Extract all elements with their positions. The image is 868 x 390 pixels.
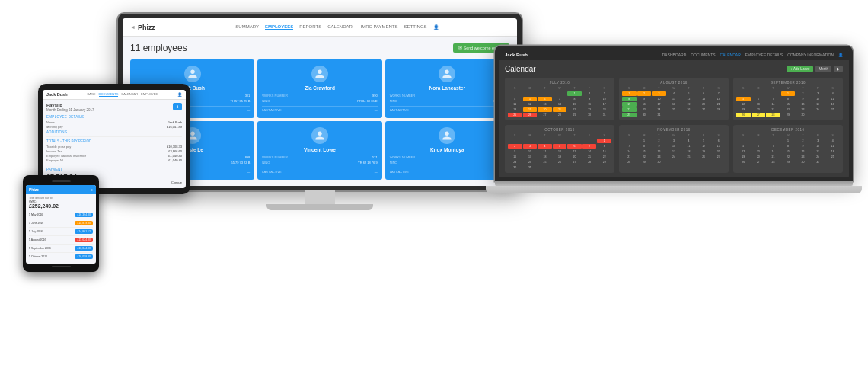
calendar-day[interactable]: 4 bbox=[508, 97, 522, 101]
calendar-day[interactable]: 3 bbox=[811, 139, 825, 143]
tab-calendar[interactable]: CALENDAR bbox=[121, 92, 138, 97]
calendar-day[interactable] bbox=[766, 139, 780, 143]
calendar-day[interactable]: 18 bbox=[825, 102, 840, 107]
calendar-day[interactable] bbox=[508, 91, 522, 96]
calendar-day[interactable]: 22 bbox=[781, 107, 796, 112]
calendar-day[interactable]: 16 bbox=[582, 102, 597, 107]
calendar-day[interactable]: 22 bbox=[781, 155, 796, 159]
phone-payment-item[interactable]: 5 June 2016 £14,819.80 bbox=[29, 219, 93, 228]
calendar-day[interactable]: 16 bbox=[796, 149, 810, 154]
calendar-day[interactable]: 23 bbox=[582, 107, 597, 112]
calendar-day[interactable]: 24 bbox=[667, 155, 681, 159]
calendar-day[interactable]: 9 bbox=[582, 97, 597, 101]
calendar-day[interactable]: 31 bbox=[523, 165, 538, 170]
calendar-day[interactable]: 18 bbox=[825, 149, 840, 154]
calendar-day[interactable]: 14 bbox=[553, 102, 567, 107]
calendar-day[interactable]: 8 bbox=[597, 144, 611, 149]
calendar-day[interactable] bbox=[697, 113, 711, 117]
calendar-day[interactable]: 7 bbox=[766, 144, 780, 149]
next-month-button[interactable]: ▶ bbox=[834, 66, 843, 72]
calendar-day[interactable]: 31 bbox=[652, 113, 666, 117]
calendar-day[interactable]: 27 bbox=[697, 107, 711, 112]
calendar-day[interactable] bbox=[752, 91, 766, 96]
download-icon[interactable]: ⬇ bbox=[173, 103, 182, 110]
calendar-day[interactable]: 1 bbox=[637, 139, 652, 143]
phone-payment-item[interactable]: 5 May 2016 £16,364.80 bbox=[29, 211, 93, 219]
calendar-day[interactable] bbox=[567, 165, 582, 170]
calendar-day[interactable]: 20 bbox=[538, 107, 552, 112]
calendar-day[interactable]: 5 bbox=[697, 139, 711, 143]
calendar-day[interactable]: 1 bbox=[597, 139, 611, 143]
calendar-day[interactable] bbox=[582, 165, 597, 170]
calendar-day[interactable] bbox=[825, 160, 840, 165]
calendar-day[interactable]: 24 bbox=[652, 107, 666, 112]
calendar-day[interactable] bbox=[567, 139, 582, 143]
calendar-day[interactable]: 21 bbox=[553, 107, 567, 112]
calendar-day[interactable]: 3 bbox=[652, 91, 666, 96]
calendar-day[interactable]: 1 bbox=[781, 91, 796, 96]
tab-dashboard[interactable]: DASH bbox=[87, 92, 95, 97]
calendar-day[interactable]: 2 bbox=[652, 139, 666, 143]
employee-card[interactable]: Vincent Lowe WORKS NUMBER 521 NINO YR 62… bbox=[257, 121, 381, 180]
calendar-day[interactable]: 6 bbox=[752, 144, 766, 149]
calendar-day[interactable]: 8 bbox=[622, 97, 637, 101]
calendar-day[interactable]: 23 bbox=[637, 107, 652, 112]
calendar-day[interactable]: 9 bbox=[652, 144, 666, 149]
calendar-day[interactable]: 6 bbox=[567, 144, 582, 149]
calendar-day[interactable]: 12 bbox=[736, 149, 751, 154]
calendar-day[interactable]: 23 bbox=[796, 107, 810, 112]
calendar-day[interactable]: 25 bbox=[508, 113, 522, 117]
calendar-day[interactable]: 26 bbox=[553, 160, 567, 165]
calendar-day[interactable]: 12 bbox=[681, 97, 696, 101]
calendar-day[interactable]: 16 bbox=[508, 155, 522, 159]
calendar-day[interactable]: 7 bbox=[622, 144, 637, 149]
calendar-day[interactable] bbox=[681, 160, 696, 165]
calendar-day[interactable]: 25 bbox=[681, 155, 696, 159]
calendar-day[interactable]: 5 bbox=[736, 97, 751, 101]
calendar-day[interactable]: 24 bbox=[811, 155, 825, 159]
calendar-day[interactable]: 29 bbox=[622, 113, 637, 117]
calendar-day[interactable]: 26 bbox=[736, 113, 751, 117]
user-icon[interactable]: 👤 bbox=[433, 24, 439, 30]
calendar-day[interactable]: 17 bbox=[811, 102, 825, 107]
calendar-day[interactable] bbox=[697, 160, 711, 165]
calendar-day[interactable]: 19 bbox=[553, 155, 567, 159]
calendar-day[interactable]: 21 bbox=[766, 155, 780, 159]
calendar-day[interactable]: 20 bbox=[752, 107, 766, 112]
calendar-day[interactable]: 30 bbox=[582, 113, 597, 117]
calendar-day[interactable]: 5 bbox=[523, 97, 538, 101]
calendar-day[interactable] bbox=[597, 165, 611, 170]
calendar-day[interactable]: 2 bbox=[796, 139, 810, 143]
calendar-day[interactable]: 17 bbox=[811, 149, 825, 154]
calendar-day[interactable]: 4 bbox=[681, 139, 696, 143]
phone-payment-item[interactable]: 5 August 2016 £15,624.80 bbox=[29, 236, 93, 245]
calendar-day[interactable]: 31 bbox=[811, 160, 825, 165]
calendar-day[interactable]: 11 bbox=[538, 149, 552, 154]
calendar-day[interactable]: 10 bbox=[811, 144, 825, 149]
calendar-day[interactable]: 20 bbox=[697, 102, 711, 107]
calendar-day[interactable] bbox=[736, 139, 751, 143]
calendar-day[interactable] bbox=[523, 91, 538, 96]
calendar-day[interactable]: 14 bbox=[711, 97, 726, 101]
calendar-day[interactable]: 22 bbox=[637, 155, 652, 159]
calendar-day[interactable]: 30 bbox=[508, 165, 522, 170]
calendar-day[interactable]: 13 bbox=[538, 102, 552, 107]
calendar-day[interactable]: 13 bbox=[752, 149, 766, 154]
phone-payment-item[interactable]: 5 October 2016 £16,098.80 bbox=[29, 253, 93, 261]
calendar-day[interactable]: 25 bbox=[538, 160, 552, 165]
calendar-day[interactable] bbox=[667, 160, 681, 165]
calendar-day[interactable] bbox=[622, 139, 637, 143]
calendar-day[interactable]: 16 bbox=[652, 149, 666, 154]
calendar-day[interactable]: 13 bbox=[752, 102, 766, 107]
calendar-day[interactable] bbox=[523, 139, 538, 143]
calendar-day[interactable]: 25 bbox=[825, 107, 840, 112]
nav-hmrc[interactable]: HMRC PAYMENTS bbox=[359, 24, 398, 30]
calendar-day[interactable]: 8 bbox=[781, 144, 796, 149]
calendar-day[interactable]: 21 bbox=[582, 155, 597, 159]
calendar-day[interactable] bbox=[811, 113, 825, 117]
phone-payment-item[interactable]: 5 September 2016 £16,044.80 bbox=[29, 245, 93, 253]
calendar-day[interactable]: 28 bbox=[553, 113, 567, 117]
calendar-day[interactable]: 25 bbox=[825, 155, 840, 159]
calendar-day[interactable]: 27 bbox=[567, 160, 582, 165]
calendar-day[interactable]: 7 bbox=[766, 97, 780, 101]
